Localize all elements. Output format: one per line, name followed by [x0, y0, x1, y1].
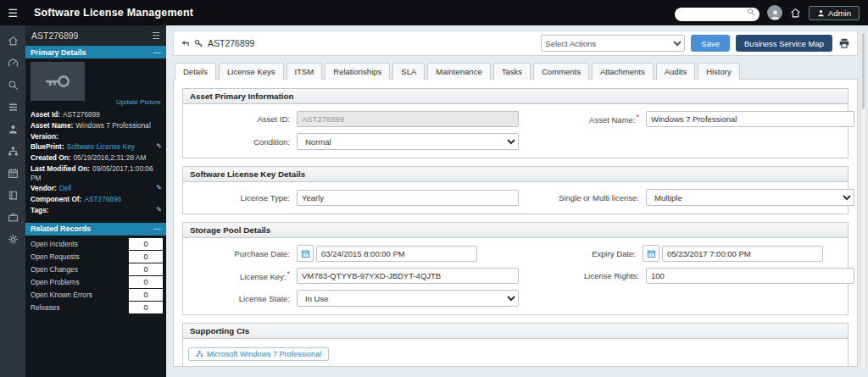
- license-rights-input[interactable]: [646, 268, 854, 284]
- field-asset-name: Asset Name:Windows 7 Professional: [25, 120, 166, 131]
- top-bar-right: Admin: [675, 5, 868, 21]
- ci-icon: [196, 350, 203, 358]
- license-type-input[interactable]: [297, 190, 519, 206]
- tab-tasks[interactable]: Tasks: [493, 63, 531, 80]
- edit-pencil-icon[interactable]: ✎: [156, 206, 162, 214]
- related-row-open-changes[interactable]: Open Changes 0: [31, 263, 163, 275]
- tab-relationships[interactable]: Relationships: [325, 63, 390, 80]
- calendar-icon[interactable]: [8, 168, 19, 179]
- list-icon[interactable]: [8, 102, 19, 113]
- supporting-ci-label: Microsoft Windows 7 Professional: [207, 350, 321, 358]
- supporting-ci-chip[interactable]: Microsoft Windows 7 Professional: [188, 347, 329, 361]
- back-arrow-icon[interactable]: [181, 39, 190, 48]
- related-label: Open Incidents: [31, 238, 129, 250]
- related-row-open-incidents[interactable]: Open Incidents 0: [31, 238, 163, 250]
- field-asset-id: Asset ID:: [188, 111, 519, 127]
- primary-details-title: Primary Details: [31, 48, 86, 57]
- admin-button[interactable]: Admin: [809, 6, 860, 20]
- home-button[interactable]: [790, 8, 801, 19]
- software-license-management-app: ☰ Software License Management Admin: [0, 0, 868, 377]
- related-row-open-known-errors[interactable]: Open Known Errors 0: [31, 289, 163, 301]
- user-icon[interactable]: [8, 124, 19, 135]
- menu-hamburger-icon[interactable]: ☰: [0, 7, 25, 19]
- book-icon[interactable]: [8, 190, 19, 201]
- scrollbar-thumb[interactable]: [862, 33, 865, 109]
- asset-action-bar: AST276899 Select Actions Save Business S…: [173, 30, 858, 56]
- vendor-link[interactable]: Dell: [59, 184, 71, 192]
- condition-label: Condition:: [253, 137, 290, 147]
- section-title: Asset Primary Information: [183, 89, 848, 104]
- search-wrap: [675, 5, 760, 21]
- vertical-scrollbar[interactable]: [860, 30, 866, 370]
- section-body: License Type: Single or Multi license: M…: [183, 182, 848, 213]
- field-version: Version:: [25, 131, 166, 142]
- related-label: Open Changes: [31, 263, 129, 275]
- tab-itsm[interactable]: ITSM: [287, 63, 323, 80]
- collapse-icon[interactable]: —: [153, 225, 161, 233]
- details-panel: Asset Primary Information Asset ID: Asse…: [173, 79, 858, 367]
- sidebar-asset-id: AST276899: [31, 30, 78, 41]
- sidebar-menu-icon[interactable]: ☰: [152, 30, 160, 42]
- field-value: Windows 7 Professional: [75, 121, 151, 130]
- asset-id-input: [297, 111, 519, 127]
- field-expiry-date: Expiry Date:: [515, 245, 843, 262]
- purchase-date-input[interactable]: [316, 246, 477, 262]
- print-button[interactable]: [838, 37, 850, 49]
- condition-select[interactable]: Normal: [297, 133, 519, 150]
- field-label: Asset Name:: [31, 121, 73, 130]
- expiry-date-input[interactable]: [662, 246, 823, 262]
- purchase-date-calendar-button[interactable]: [297, 245, 314, 262]
- search-icon[interactable]: [8, 80, 19, 91]
- edit-pencil-icon[interactable]: ✎: [156, 184, 162, 192]
- select-actions-dropdown[interactable]: Select Actions: [541, 35, 685, 52]
- tab-details[interactable]: Details: [175, 63, 216, 80]
- user-avatar[interactable]: [767, 5, 782, 20]
- tab-history[interactable]: History: [698, 63, 740, 80]
- blueprint-link[interactable]: Software License Key: [67, 142, 135, 151]
- required-asterisk: *: [287, 269, 290, 278]
- component-of-link[interactable]: AST276896: [84, 195, 121, 203]
- tab-audits[interactable]: Audits: [656, 63, 695, 80]
- field-value: AST276899: [63, 110, 100, 119]
- related-row-releases[interactable]: Releases 0: [31, 302, 163, 313]
- related-count: 0: [129, 263, 163, 275]
- dashboard-icon[interactable]: [8, 58, 19, 69]
- briefcase-icon[interactable]: [8, 212, 19, 223]
- edit-pencil-icon[interactable]: ✎: [156, 142, 162, 151]
- related-row-open-requests[interactable]: Open Requests 0: [31, 251, 163, 263]
- save-button[interactable]: Save: [691, 35, 730, 52]
- license-key-input[interactable]: [297, 268, 519, 284]
- related-count: 0: [129, 289, 163, 301]
- settings-gear-icon[interactable]: [8, 234, 19, 245]
- asset-name-input[interactable]: [646, 111, 854, 127]
- detail-tabs: Details License Keys ITSM Relationships …: [173, 63, 858, 80]
- asset-picture-block: Update Picture: [25, 58, 166, 108]
- tab-attachments[interactable]: Attachments: [592, 63, 654, 80]
- key-icon: [194, 39, 203, 48]
- related-count: 0: [129, 276, 163, 288]
- home-icon[interactable]: [8, 36, 19, 47]
- single-or-multi-select[interactable]: Multiple: [646, 189, 854, 206]
- section-software-license-key-details: Software License Key Details License Typ…: [182, 166, 849, 214]
- related-row-open-problems[interactable]: Open Problems 0: [31, 276, 163, 288]
- section-title: Storage Pool Details: [183, 223, 848, 238]
- related-label: Open Problems: [31, 276, 129, 288]
- tab-sla[interactable]: SLA: [392, 63, 425, 80]
- field-purchase-date: Purchase Date:: [188, 245, 515, 262]
- field-label: Tags:: [31, 206, 49, 214]
- single-or-multi-label: Single or Multi license:: [559, 193, 639, 202]
- collapse-icon[interactable]: —: [153, 48, 161, 57]
- business-service-map-button[interactable]: Business Service Map: [736, 35, 832, 52]
- license-state-select[interactable]: In Use: [297, 290, 519, 307]
- tab-comments[interactable]: Comments: [533, 63, 589, 80]
- search-icon: [747, 8, 755, 16]
- related-label: Releases: [31, 302, 129, 313]
- section-storage-pool-details: Storage Pool Details Purchase Date:: [182, 222, 849, 315]
- sidebar-header: AST276899 ☰: [25, 25, 166, 46]
- update-picture-link[interactable]: Update Picture: [116, 98, 161, 106]
- expiry-date-calendar-button[interactable]: [643, 245, 659, 262]
- tab-maintenance[interactable]: Maintenance: [427, 63, 490, 80]
- tab-license-keys[interactable]: License Keys: [219, 63, 284, 80]
- field-single-or-multi: Single or Multi license: Multiple: [519, 189, 854, 206]
- sitemap-icon[interactable]: [8, 146, 19, 157]
